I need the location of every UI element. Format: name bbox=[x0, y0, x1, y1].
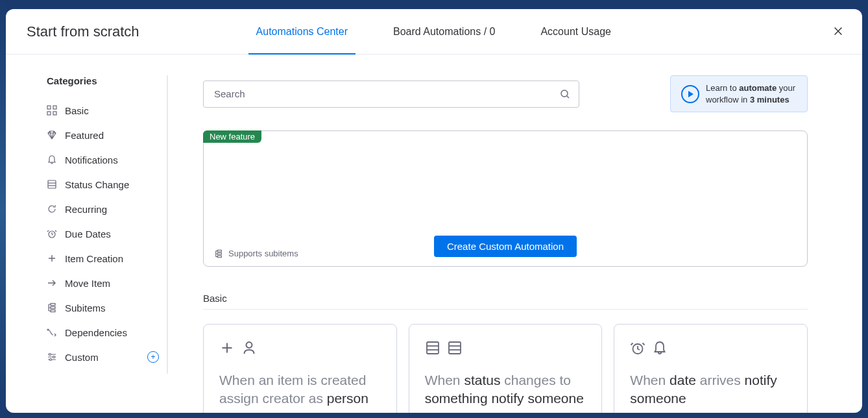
svg-rect-17 bbox=[217, 252, 221, 254]
category-label: Item Creation bbox=[65, 253, 123, 264]
close-icon bbox=[832, 25, 844, 37]
category-label: Status Change bbox=[65, 179, 129, 190]
refresh-icon bbox=[47, 204, 57, 214]
svg-point-15 bbox=[561, 90, 568, 97]
svg-rect-23 bbox=[449, 342, 461, 354]
category-label: Subitems bbox=[65, 302, 106, 314]
category-status-change[interactable]: Status Change bbox=[47, 172, 175, 197]
svg-rect-16 bbox=[217, 250, 221, 252]
card-icons bbox=[630, 340, 791, 356]
new-feature-card: New feature Create Custom Automation Sup… bbox=[203, 130, 808, 267]
card-icons bbox=[425, 340, 586, 356]
alarm-icon bbox=[47, 228, 57, 239]
category-label: Notifications bbox=[65, 154, 118, 166]
alarm-icon bbox=[630, 340, 645, 356]
supports-subitems-label: Supports subitems bbox=[214, 249, 298, 258]
svg-rect-1 bbox=[53, 106, 56, 109]
category-subitems[interactable]: Subitems bbox=[47, 295, 175, 320]
svg-rect-10 bbox=[51, 310, 55, 312]
card-text: When date arrives notify someone bbox=[630, 371, 791, 408]
category-due-dates[interactable]: Due Dates bbox=[47, 221, 175, 246]
play-icon bbox=[681, 85, 699, 103]
bell-icon bbox=[47, 154, 57, 165]
svg-rect-9 bbox=[51, 307, 55, 309]
modal-header: Start from scratch Automations Center Bo… bbox=[6, 9, 862, 55]
search-input[interactable] bbox=[203, 80, 579, 108]
new-feature-badge: New feature bbox=[203, 130, 261, 143]
svg-rect-0 bbox=[47, 106, 51, 109]
automation-card[interactable]: When an item is created assign creator a… bbox=[203, 324, 397, 413]
main-content: Learn to automate your workflow in 3 min… bbox=[175, 55, 862, 413]
svg-point-14 bbox=[50, 359, 52, 361]
category-label: Custom bbox=[65, 352, 99, 363]
category-item-creation[interactable]: Item Creation bbox=[47, 246, 175, 271]
columns-icon bbox=[47, 179, 57, 190]
tab-label: Board Automations / 0 bbox=[393, 26, 495, 38]
category-move-item[interactable]: Move Item bbox=[47, 271, 175, 295]
categories-sidebar: Categories Basic Featured Notifications … bbox=[6, 55, 175, 413]
category-label: Due Dates bbox=[65, 228, 111, 240]
plus-icon bbox=[47, 253, 57, 264]
tree-icon bbox=[47, 302, 57, 313]
automation-card[interactable]: When status changes to something notify … bbox=[409, 324, 603, 413]
search-icon bbox=[560, 89, 570, 99]
category-label: Featured bbox=[65, 130, 104, 141]
section-title-basic: Basic bbox=[203, 293, 808, 304]
search-wrapper bbox=[203, 80, 579, 108]
svg-rect-4 bbox=[48, 180, 56, 188]
flow-icon bbox=[47, 327, 57, 338]
learn-automate-card[interactable]: Learn to automate your workflow in 3 min… bbox=[670, 75, 808, 112]
bell-icon bbox=[652, 340, 668, 356]
category-dependencies[interactable]: Dependencies bbox=[47, 320, 175, 345]
category-featured[interactable]: Featured bbox=[47, 123, 175, 147]
svg-rect-2 bbox=[47, 112, 51, 115]
svg-point-13 bbox=[53, 356, 55, 358]
app-background-strip bbox=[0, 0, 6, 418]
tree-icon bbox=[214, 249, 223, 258]
modal-body: Categories Basic Featured Notifications … bbox=[6, 55, 862, 413]
header-tabs: Automations Center Board Automations / 0… bbox=[256, 9, 611, 54]
person-icon bbox=[241, 340, 257, 356]
automation-card[interactable]: When date arrives notify someone bbox=[614, 324, 808, 413]
category-custom[interactable]: Custom + bbox=[47, 345, 175, 369]
sidebar-title: Categories bbox=[47, 75, 175, 86]
automation-cards: When an item is created assign creator a… bbox=[203, 324, 808, 413]
card-icons bbox=[219, 340, 381, 356]
tab-label: Automations Center bbox=[256, 26, 348, 38]
add-custom-icon[interactable]: + bbox=[147, 351, 159, 363]
svg-rect-3 bbox=[53, 112, 56, 115]
tab-board-automations[interactable]: Board Automations / 0 bbox=[393, 9, 495, 54]
automations-modal: Start from scratch Automations Center Bo… bbox=[6, 9, 862, 413]
columns-icon bbox=[425, 340, 440, 356]
page-title: Start from scratch bbox=[27, 23, 139, 40]
svg-rect-8 bbox=[51, 304, 55, 306]
section-divider bbox=[203, 309, 808, 310]
svg-point-12 bbox=[49, 354, 51, 356]
tab-account-usage[interactable]: Account Usage bbox=[540, 9, 611, 54]
category-basic[interactable]: Basic bbox=[47, 98, 175, 123]
create-custom-automation-button[interactable]: Create Custom Automation bbox=[434, 236, 577, 257]
card-text: When an item is created assign creator a… bbox=[219, 371, 381, 408]
category-recurring[interactable]: Recurring bbox=[47, 197, 175, 221]
arrow-right-icon bbox=[47, 278, 57, 288]
category-label: Basic bbox=[65, 105, 89, 116]
grid-icon bbox=[47, 105, 57, 116]
card-text: When status changes to something notify … bbox=[425, 371, 586, 408]
category-label: Dependencies bbox=[65, 327, 127, 338]
learn-text: Learn to automate your workflow in 3 min… bbox=[706, 82, 797, 105]
tab-label: Account Usage bbox=[540, 26, 611, 38]
category-label: Recurring bbox=[65, 204, 107, 215]
top-row: Learn to automate your workflow in 3 min… bbox=[203, 75, 808, 112]
sliders-icon bbox=[47, 352, 57, 362]
category-label: Move Item bbox=[65, 278, 110, 289]
diamond-icon bbox=[47, 130, 57, 140]
columns-icon bbox=[447, 340, 463, 356]
tab-automations-center[interactable]: Automations Center bbox=[256, 9, 348, 54]
svg-rect-18 bbox=[217, 256, 221, 258]
category-notifications[interactable]: Notifications bbox=[47, 147, 175, 172]
plus-icon bbox=[219, 340, 235, 356]
svg-point-19 bbox=[247, 342, 252, 348]
close-button[interactable] bbox=[832, 25, 845, 38]
svg-rect-20 bbox=[427, 342, 439, 354]
